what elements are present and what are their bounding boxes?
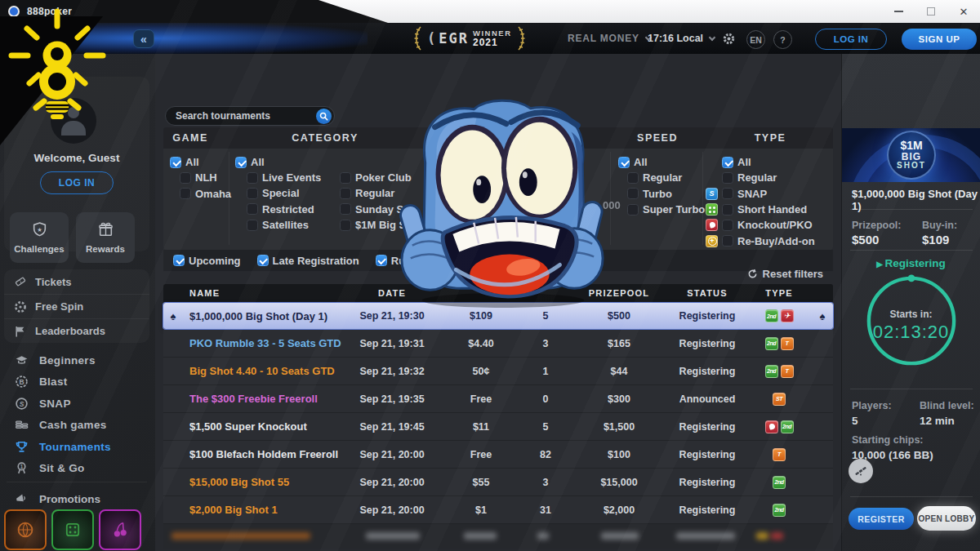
filter-game-all[interactable]: All [170,154,231,170]
sidebar-item-tickets[interactable]: Tickets [4,269,149,294]
checkbox[interactable] [173,255,185,266]
sidebar-item-blast[interactable]: B Blast [0,371,155,393]
search-icon[interactable] [316,109,332,124]
medal-icon: 1 [15,461,29,475]
filter-option[interactable]: SNAP [706,186,815,202]
favorite-cell[interactable]: ♠ [163,420,183,434]
sidebar-item-sit-and-go[interactable]: 1 Sit & Go [0,458,155,480]
register-button[interactable]: REGISTER [849,508,914,530]
checkbox[interactable] [618,157,630,168]
satellite-icon[interactable] [849,459,873,483]
favorite-cell[interactable]: ♠ [163,392,183,407]
filter-option[interactable]: Regular [706,170,815,185]
tournament-players: 5 [521,421,570,433]
tournament-players: 0 [521,393,570,405]
status-filter-option[interactable]: Late Registration [257,250,359,271]
filter-option[interactable]: Live Events [247,170,321,185]
sidebar-item-cash-games[interactable]: Cash games [0,415,155,437]
checkbox[interactable] [627,204,639,216]
checkbox[interactable] [722,172,733,184]
table-row[interactable]: ♠ PKO Rumble 33 - 5 Seats GTD Sep 21, 19… [163,330,833,358]
favorite-cell[interactable]: ♠ [163,475,183,490]
filter-option[interactable]: NLH [180,170,231,185]
table-row[interactable]: ♠ $100 Blefach Holdem Freeroll Sep 21, 2… [163,441,833,469]
checkbox[interactable] [722,188,733,199]
reset-filters-button[interactable]: Reset filters [747,268,823,280]
favorite-cell[interactable]: ♠ [163,447,183,462]
sidebar-item-tournaments[interactable]: Tournaments [0,436,155,458]
table-row[interactable]: ♠ $1,500 Super Knockout Sep 21, 19:45 $1… [163,413,833,441]
filter-option[interactable]: Special [247,185,321,201]
table-row[interactable]: ♠ $15,000 Big Shot 55 Sep 21, 20:00 $55 … [163,469,833,496]
checkbox[interactable] [180,188,191,199]
close-button[interactable] [947,0,980,23]
checkbox[interactable] [627,172,639,184]
checkbox[interactable] [722,220,733,231]
sidebar-item-leaderboards[interactable]: Leaderboards [4,318,149,343]
filter-category-all[interactable]: All [235,154,265,170]
table-row[interactable]: ♠ Big Shot 4.40 - 10 Seats GTD Sep 21, 1… [163,358,833,385]
checkbox[interactable] [722,235,733,247]
checkbox[interactable] [627,188,639,199]
checkbox[interactable] [247,172,258,184]
filter-speed-all[interactable]: All [618,154,705,170]
local-time-dropdown[interactable]: 17:16 Local [648,33,715,44]
checkbox[interactable] [340,220,351,231]
checkbox[interactable] [340,203,351,215]
checkbox[interactable] [722,157,733,168]
table-header-status[interactable]: STATUS [668,288,746,298]
search-input[interactable] [176,110,316,122]
filter-option[interactable]: Super Turbo [627,202,705,217]
favorite-cell[interactable]: ♠ [163,503,183,518]
table-row[interactable]: ♠ The $300 Freebie Freeroll Sep 21, 19:3… [163,385,833,413]
checkbox[interactable] [376,255,387,266]
checkbox[interactable] [340,172,351,184]
favorite-cell[interactable]: ♠ [163,309,183,323]
checkbox[interactable] [340,188,351,199]
rewards-card[interactable]: Rewards [76,212,135,263]
filter-type-all[interactable]: All [706,154,815,170]
divider [850,209,973,210]
favorite-cell[interactable]: ♠ [163,336,183,351]
big-shot-banner[interactable]: $1M BIG SHOT [842,128,980,182]
favorite-cell[interactable]: ♠ [163,364,183,379]
filter-option[interactable]: Restricted [247,202,321,217]
filter-option[interactable]: Regular [627,170,705,185]
casino-tile-ball[interactable] [4,509,47,550]
checkbox[interactable] [247,203,258,215]
partially-visible-blurred-row[interactable] [163,524,833,549]
casino-tile-cherries[interactable] [99,509,141,550]
status-filter-option[interactable]: Upcoming [173,250,241,271]
filter-option[interactable]: Turbo [627,186,705,202]
challenges-card[interactable]: ★ Challenges [10,212,69,263]
filter-option[interactable]: Short Handed [706,202,815,217]
checkbox[interactable] [257,255,269,266]
filter-option[interactable]: Re-Buy/Add-on [706,233,815,248]
table-row[interactable]: ♠ $2,000 Big Shot 1 Sep 21, 20:00 $1 31 … [163,496,833,524]
checkbox[interactable] [170,157,181,168]
table-header-type[interactable]: TYPE [746,288,812,298]
filter-option[interactable]: Omaha [180,186,231,202]
casino-tile-dice[interactable] [51,509,94,550]
sidebar-item-beginners[interactable]: Beginners [0,349,155,371]
checkbox[interactable] [247,188,258,199]
minimize-button[interactable] [882,0,915,23]
sidebar-item-promotions[interactable]: Promotions [0,488,155,509]
checkbox[interactable] [247,220,258,231]
money-mode-dropdown[interactable]: REAL MONEY [568,33,651,44]
settings-gear-icon[interactable] [722,32,736,49]
filter-option[interactable]: Satellites [247,217,321,233]
sidebar-item-free-spin[interactable]: Free Spin [4,294,149,318]
maximize-button[interactable] [915,0,947,23]
checkbox[interactable] [235,157,247,168]
language-button[interactable]: EN [746,30,765,49]
checkbox[interactable] [722,204,733,216]
login-button[interactable]: LOG IN [815,29,887,50]
open-lobby-button[interactable]: OPEN LOBBY [917,506,976,531]
checkbox[interactable] [180,172,191,184]
table-header-name[interactable]: NAME [183,288,343,298]
signup-button[interactable]: SIGN UP [902,29,977,50]
help-button[interactable]: ? [773,30,792,49]
sidebar-item-snap[interactable]: S SNAP [0,393,155,415]
filter-option[interactable]: Knockout/PKO [706,217,815,233]
